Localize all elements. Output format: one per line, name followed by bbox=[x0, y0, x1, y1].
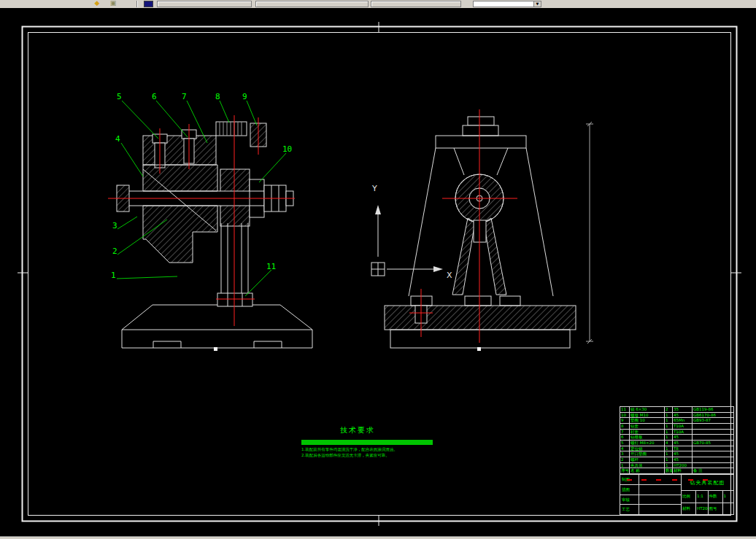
bom-row: 4定位销1T8 bbox=[620, 446, 733, 451]
titleblock-row: 审核 bbox=[620, 495, 681, 505]
callout-1: 1 bbox=[111, 271, 116, 280]
red-stamp-mark bbox=[703, 479, 708, 481]
ucs-x-label: X bbox=[447, 271, 452, 280]
titleblock-left: 制图描图审核工艺 bbox=[620, 475, 682, 514]
ucs-y-label: Y bbox=[371, 184, 377, 193]
callout-3: 3 bbox=[112, 221, 117, 230]
bom-row: 6钻模板145 bbox=[620, 434, 733, 440]
callout-4: 4 bbox=[115, 134, 120, 144]
callout-6: 6 bbox=[152, 92, 157, 101]
titleblock-row: 工艺 bbox=[620, 504, 681, 514]
front-view bbox=[385, 117, 576, 351]
tech-req-line-1: 1.装配前所有零件均需清洗干净，配合表面涂润滑油。 bbox=[301, 446, 469, 452]
titleblock-row: 描图 bbox=[620, 484, 681, 495]
bom-row: 9垫圈 10165MnGB93-87 bbox=[620, 417, 733, 423]
tech-req-line-2: 2.装配后各运动部件应灵活无卡滞，夹紧应可靠。 bbox=[301, 452, 469, 458]
ucs-icon: Y X bbox=[371, 184, 452, 280]
callout-11: 11 bbox=[266, 262, 276, 271]
bom-table: 11销 6×30235GB119-8610螺母 M10145GB6170-869… bbox=[620, 406, 734, 474]
bom-row: 3开口垫圈145 bbox=[620, 451, 733, 457]
bom-row: 5螺钉 M8×20445GB70-85 bbox=[620, 440, 733, 446]
callout-7: 7 bbox=[182, 92, 187, 101]
drawing-title: 钻夹具装配图 bbox=[682, 475, 733, 491]
bom-row: 2螺杆145 bbox=[620, 457, 733, 462]
tech-req-title: 技术要求 bbox=[330, 425, 385, 435]
titleblock-field: 图号 bbox=[708, 503, 734, 514]
callout-9: 9 bbox=[242, 92, 247, 101]
callout-10: 10 bbox=[282, 144, 292, 154]
red-stamp-mark bbox=[627, 479, 632, 481]
statusbar bbox=[0, 536, 756, 539]
titleblock-field: 材料HT200 bbox=[682, 503, 708, 514]
red-stamp-mark bbox=[672, 479, 677, 481]
dimension-line bbox=[586, 122, 593, 344]
bom-row: 1夹具体1HT200 bbox=[620, 462, 733, 468]
callout-5: 5 bbox=[117, 92, 122, 101]
titleblock-field: 比例1:1 bbox=[682, 491, 708, 503]
bom-row: 7衬套1T10A bbox=[620, 429, 733, 435]
titleblock-right: 钻夹具装配图 比例1:1件数1材料HT200图号 bbox=[682, 475, 733, 514]
callout-2: 2 bbox=[112, 247, 117, 256]
titleblock-field: 件数1 bbox=[708, 491, 734, 503]
bom-row: 11销 6×30235GB119-86 bbox=[620, 407, 733, 412]
bom-row: 序号名 称数量材料备 注 bbox=[620, 468, 733, 473]
titleblock-fields: 比例1:1件数1材料HT200图号 bbox=[682, 491, 733, 514]
tech-req-highlight-bar bbox=[301, 440, 433, 445]
callout-8: 8 bbox=[215, 92, 220, 101]
bom-row: 8钻套1T10A bbox=[620, 423, 733, 429]
title-block: 制图描图审核工艺 钻夹具装配图 比例1:1件数1材料HT200图号 bbox=[620, 474, 734, 515]
red-stamp-mark bbox=[688, 479, 693, 481]
red-stamp-mark bbox=[641, 479, 647, 481]
bom-row: 10螺母 M10145GB6170-86 bbox=[620, 412, 733, 418]
red-stamp-mark bbox=[656, 479, 661, 481]
